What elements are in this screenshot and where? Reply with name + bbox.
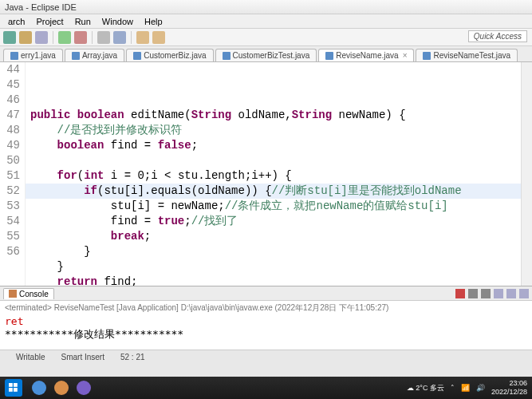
- forward-icon[interactable]: [152, 31, 165, 44]
- terminate-icon[interactable]: [455, 289, 465, 298]
- toolbar-separator: [92, 31, 93, 44]
- console-process-header: <terminated> ReviseNameTest [Java Applic…: [0, 301, 532, 315]
- taskbar-clock[interactable]: 23:06 2022/12/28: [491, 379, 527, 397]
- tray-chevron-icon[interactable]: ˄: [451, 384, 455, 392]
- clock-date: 2022/12/28: [491, 388, 527, 397]
- clock-time: 23:06: [491, 379, 527, 388]
- java-file-icon: [223, 52, 231, 60]
- console-panel: Console <terminated> ReviseNameTest [Jav…: [0, 286, 532, 350]
- window-title: Java - Eclipse IDE: [5, 2, 77, 12]
- console-line: ***********修改结果***********: [5, 328, 527, 341]
- console-icon: [9, 290, 17, 298]
- menu-project[interactable]: Project: [31, 14, 68, 28]
- console-toolbar: [455, 289, 529, 298]
- code-area[interactable]: public boolean editName(String oldName,S…: [26, 62, 521, 286]
- menu-search[interactable]: arch: [3, 14, 30, 28]
- console-output[interactable]: ret ***********修改结果***********: [0, 315, 532, 341]
- windows-logo-icon: [9, 383, 18, 393]
- toolbar-separator: [53, 31, 53, 44]
- new-icon[interactable]: [3, 31, 16, 44]
- debug-icon[interactable]: [74, 31, 87, 44]
- console-line: ret: [5, 315, 527, 328]
- tab-revisename[interactable]: ReviseName.java×: [318, 49, 414, 61]
- code-body[interactable]: public boolean editName(String oldName,S…: [30, 108, 521, 286]
- editor-tabs: erry1.java Array.java CustomerBiz.java C…: [0, 46, 532, 62]
- pin-console-icon[interactable]: [519, 289, 529, 298]
- system-tray: ☁ 2°C 多云 ˄ 📶 🔊 23:06 2022/12/28: [407, 379, 527, 397]
- tab-customerbiz[interactable]: CustomerBiz.java: [126, 49, 213, 61]
- window-titlebar: Java - Eclipse IDE: [0, 0, 532, 14]
- tab-label: ReviseNameTest.java: [433, 51, 510, 60]
- eclipse-taskbar-icon[interactable]: [77, 381, 91, 395]
- tab-label: ReviseName.java: [336, 51, 398, 60]
- start-button[interactable]: [5, 379, 22, 397]
- java-file-icon: [72, 52, 80, 60]
- menu-run[interactable]: Run: [70, 14, 96, 28]
- java-file-icon: [10, 52, 18, 60]
- toolbar: Quick Access: [0, 29, 532, 46]
- tab-label: erry1.java: [21, 51, 56, 60]
- menu-window[interactable]: Window: [97, 14, 138, 28]
- statusbar: Writable Smart Insert 52 : 21: [0, 350, 532, 364]
- remove-all-icon[interactable]: [481, 289, 491, 298]
- java-file-icon: [423, 52, 431, 60]
- svg-rect-2: [9, 388, 13, 392]
- edge-icon[interactable]: [32, 381, 46, 395]
- close-icon[interactable]: ×: [403, 51, 408, 60]
- toolbar-separator: [131, 31, 132, 44]
- tab-label: CustomerBiz.java: [144, 51, 206, 60]
- remove-launch-icon[interactable]: [468, 289, 478, 298]
- console-tabbar: Console: [0, 286, 532, 301]
- status-cursor-pos: 52 : 21: [120, 353, 145, 361]
- volume-icon[interactable]: 🔊: [476, 384, 485, 392]
- quick-access-label: Quick Access: [474, 32, 522, 41]
- status-insert-mode: Smart Insert: [61, 353, 104, 361]
- menubar: arch Project Run Window Help: [0, 14, 532, 29]
- tab-erry1[interactable]: erry1.java: [3, 49, 63, 61]
- svg-rect-3: [14, 388, 18, 392]
- console-tab-label: Console: [19, 290, 49, 298]
- saveall-icon[interactable]: [35, 31, 48, 44]
- scroll-lock-icon[interactable]: [506, 289, 516, 298]
- menu-help[interactable]: Help: [140, 14, 167, 28]
- java-file-icon: [133, 52, 141, 60]
- svg-rect-0: [9, 383, 13, 387]
- code-editor[interactable]: 44454647484950515253545556 public boolea…: [0, 62, 532, 286]
- back-icon[interactable]: [136, 31, 149, 44]
- open-type-icon[interactable]: [97, 31, 110, 44]
- clear-console-icon[interactable]: [494, 289, 503, 298]
- vertical-scrollbar[interactable]: [521, 62, 532, 286]
- wifi-icon[interactable]: 📶: [461, 384, 470, 392]
- search-icon[interactable]: [113, 31, 126, 44]
- run-icon[interactable]: [58, 31, 71, 44]
- save-icon[interactable]: [19, 31, 32, 44]
- line-number-gutter: 44454647484950515253545556: [0, 62, 26, 286]
- tab-label: Array.java: [82, 51, 117, 60]
- weather-text: 2°C 多云: [416, 384, 444, 392]
- tab-customerbiztest[interactable]: CustomerBizTest.java: [215, 49, 317, 61]
- task-icons: [32, 381, 91, 395]
- svg-rect-1: [14, 383, 18, 387]
- weather-widget[interactable]: ☁ 2°C 多云: [407, 383, 444, 393]
- status-writable: Writable: [16, 353, 45, 361]
- console-tab[interactable]: Console: [3, 288, 54, 299]
- java-file-icon: [325, 52, 333, 60]
- tab-array[interactable]: Array.java: [65, 49, 124, 61]
- tab-revisenametest[interactable]: ReviseNameTest.java: [416, 49, 518, 61]
- windows-taskbar: ☁ 2°C 多云 ˄ 📶 🔊 23:06 2022/12/28: [0, 377, 532, 399]
- tab-label: CustomerBizTest.java: [233, 51, 310, 60]
- quick-access-field[interactable]: Quick Access: [468, 30, 527, 42]
- explorer-icon[interactable]: [54, 381, 69, 395]
